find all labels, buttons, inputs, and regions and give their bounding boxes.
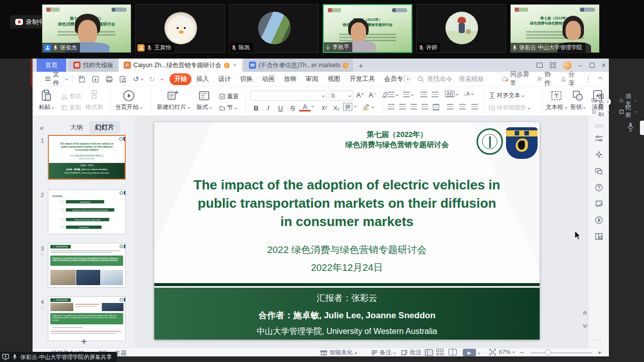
command-search[interactable]: 查找命令、搜索模板 [417, 75, 499, 83]
section-button[interactable]: 节 [219, 104, 237, 112]
increase-indent-icon[interactable] [432, 92, 438, 97]
collaborate-button[interactable]: 协作 [534, 70, 557, 88]
slide-thumbnail-3[interactable]: 1. Introduction Objective 1: to explore … [48, 243, 126, 288]
superscript-button[interactable]: X² [319, 103, 330, 113]
char-spacing-button[interactable]: AB [445, 91, 458, 97]
ribbon-tab-member[interactable]: 会员专享 [379, 73, 406, 85]
highlight-button[interactable] [362, 103, 374, 110]
ribbon-tab-devtools[interactable]: 开发工具 [345, 73, 379, 85]
quick-tools-icon[interactable] [595, 216, 603, 225]
minimize-button[interactable]: – [579, 62, 582, 69]
file-menu[interactable]: 文件 [42, 70, 70, 88]
justify-icon[interactable] [422, 104, 428, 109]
previous-slide-scroll-button[interactable] [582, 312, 588, 316]
fit-slide-button[interactable] [489, 349, 496, 355]
ribbon-tab-transition[interactable]: 切换 [235, 73, 257, 85]
participant-tile[interactable]: 第七届（2022年） 绿色消费与绿色营销专题研讨会 张彩云 中山大学管理学院 [510, 4, 600, 53]
mirror-display-icon[interactable] [595, 167, 603, 176]
undo-button[interactable]: ↺ [130, 75, 146, 83]
ribbon-tab-animation[interactable]: 动画 [257, 73, 279, 85]
apps-grid-icon[interactable] [550, 62, 556, 68]
font-size-select[interactable]: 0 [329, 91, 353, 101]
add-slide-button[interactable]: + [81, 336, 87, 348]
font-color-button[interactable]: A [299, 103, 311, 112]
participant-tile[interactable]: 陈凯 [229, 4, 319, 53]
layout-mode-icon[interactable] [537, 63, 543, 68]
align-left-icon[interactable] [388, 104, 395, 109]
drag-handle[interactable] [595, 124, 603, 125]
participant-tile[interactable]: 王莫怡 [135, 4, 225, 53]
tab-document-word[interactable]: W (不含作者信息)Th...er markets ! [244, 59, 354, 72]
underline-button[interactable]: U [275, 103, 286, 113]
collapse-panel-icon[interactable]: « [40, 124, 44, 132]
zoom-slider-track[interactable] [531, 352, 592, 353]
strikethrough-button[interactable]: S [287, 103, 298, 113]
tab-outline[interactable]: 大纲 [64, 121, 89, 134]
collapse-ribbon-icon[interactable] [596, 77, 605, 80]
text-direction-button[interactable]: ↓A [463, 91, 473, 97]
notes-button[interactable]: 备注 [371, 349, 396, 356]
tab-document-presentation[interactable]: P Caiyun Zh...绿色营销专题研讨会 ! × [119, 59, 242, 72]
zoom-out-button[interactable]: − [520, 349, 524, 356]
decrease-indent-icon[interactable] [421, 92, 427, 97]
quickbar-more-icon[interactable] [158, 78, 166, 80]
subscript-button[interactable]: X₂ [331, 103, 342, 113]
bullets-button[interactable] [388, 92, 398, 97]
slide-sorter-view-button[interactable] [436, 349, 443, 355]
copy-button[interactable]: 复制 [61, 104, 81, 112]
numbering-button[interactable] [403, 92, 413, 97]
paste-button[interactable]: 粘贴 [39, 90, 54, 111]
help-icon[interactable] [595, 183, 603, 192]
para-spacing-below-icon[interactable] [471, 104, 478, 109]
align-right-icon[interactable] [410, 104, 417, 109]
present-button[interactable]: 演示 [592, 90, 603, 111]
meeting-mic-icon[interactable] [627, 122, 634, 132]
new-tab-button[interactable]: + [353, 59, 368, 72]
phonetic-dropdown[interactable] [354, 105, 356, 107]
new-slide-button[interactable]: 新建幻灯片 [157, 90, 190, 111]
properties-icon[interactable] [595, 134, 603, 143]
comments-button[interactable]: 批注 [401, 349, 422, 356]
member-expand-icon[interactable] [404, 75, 410, 82]
toolbar-expand-icon[interactable] [604, 98, 611, 105]
ribbon-tab-insert[interactable]: 插入 [191, 73, 213, 85]
line-spacing-icon[interactable] [447, 104, 454, 109]
smart-beautify-icon[interactable] [595, 151, 603, 159]
layout-button[interactable]: 版式 [197, 90, 212, 111]
notes-edit-icon[interactable] [595, 200, 603, 208]
align-center-icon[interactable] [399, 104, 406, 109]
participant-tile[interactable]: 许婷 [416, 4, 506, 53]
slide-thumbnail-1[interactable]: The impact of the adoption of electric v… [48, 135, 126, 180]
play-from-current-button[interactable]: 当页开始 [115, 90, 142, 111]
ribbon-tab-review[interactable]: 审阅 [301, 73, 323, 85]
zoom-level[interactable]: 67% [499, 349, 515, 355]
maximize-button[interactable] [590, 63, 595, 68]
slide-thumbnail-2[interactable]: Content: Introduction Literature review … [48, 189, 126, 234]
reference-search-icon[interactable] [595, 232, 603, 241]
sync-status[interactable]: 同步异常 [499, 70, 533, 88]
print-preview-icon[interactable] [116, 75, 130, 83]
next-slide-scroll-button[interactable] [582, 323, 588, 327]
more-menu-icon[interactable]: ⋮ [582, 75, 595, 83]
screen-share-indicator[interactable]: 张彩云-中山大学管理学院的屏幕共享 [0, 352, 117, 362]
outline-button[interactable]: 轮廓 [619, 104, 637, 119]
clear-format-icon[interactable] [381, 91, 388, 98]
save-icon[interactable] [75, 75, 89, 83]
reading-view-button[interactable] [449, 349, 457, 355]
bold-button[interactable]: B [250, 103, 262, 113]
close-tab-icon[interactable]: × [233, 62, 237, 69]
slide-thumbnail-4[interactable]: 1. Introduction Objective 2: to explore … [48, 296, 126, 341]
smart-graphic-button[interactable]: 转智能图形 [489, 104, 530, 112]
slideshow-play-button[interactable]: ▶ [463, 349, 480, 356]
font-color-dropdown[interactable] [312, 105, 314, 107]
zoom-in-button[interactable]: + [598, 349, 602, 356]
participant-tile-active-speaker[interactable]: 第七届（2022年） 绿色消费与绿色营销专题研讨会 李祝平 [323, 4, 412, 53]
increase-font-icon[interactable]: A⁺ [356, 91, 365, 99]
participant-tile[interactable]: 第七届（2022年） 绿色消费与绿色营销专题研讨会 张俊杰 [42, 4, 131, 53]
print-icon[interactable] [102, 75, 116, 83]
phonetic-guide-button[interactable]: 拼 [343, 103, 352, 111]
text-box-button[interactable]: 文本框 [546, 90, 567, 111]
font-family-select[interactable] [250, 91, 327, 101]
shapes-button[interactable]: 形状 [570, 90, 585, 111]
export-icon[interactable] [89, 75, 102, 83]
